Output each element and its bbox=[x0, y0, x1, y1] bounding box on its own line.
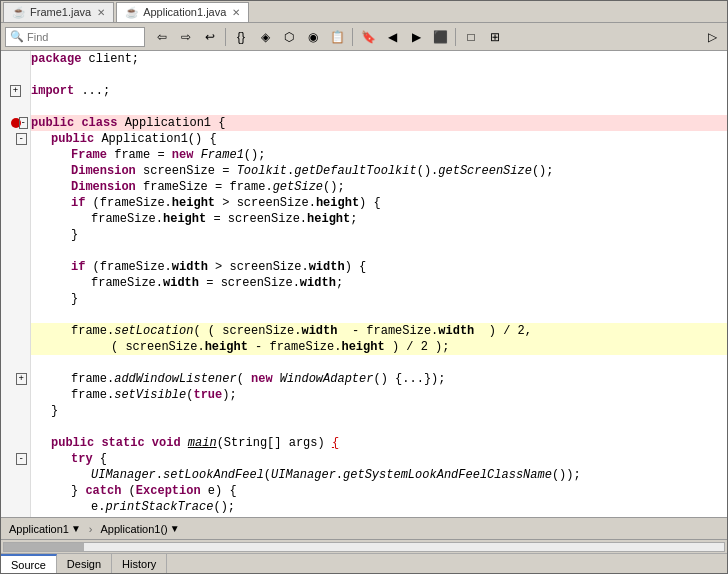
code-line: } bbox=[31, 403, 727, 419]
tab-frame1-label: Frame1.java bbox=[30, 6, 91, 18]
fold-main[interactable]: - bbox=[16, 453, 27, 465]
sep-1 bbox=[225, 28, 226, 46]
code-line-error: public class Application1 { bbox=[31, 115, 727, 131]
tab-app1[interactable]: ☕ Application1.java ✕ bbox=[116, 2, 249, 22]
code-line bbox=[31, 307, 727, 323]
tab-design-label: Design bbox=[67, 558, 101, 570]
toolbar-btn-right[interactable]: ▷ bbox=[701, 27, 723, 47]
tab-design[interactable]: Design bbox=[57, 554, 112, 574]
toolbar-btn-8[interactable]: 📋 bbox=[326, 27, 348, 47]
code-line: UIManager.setLookAndFeel(UIManager.getSy… bbox=[31, 467, 727, 483]
code-line-highlight: ( screenSize.height - frameSize.height )… bbox=[31, 339, 727, 355]
toolbar-btn-4[interactable]: {} bbox=[230, 27, 252, 47]
code-line: try { bbox=[31, 451, 727, 467]
code-line: e.printStackTrace(); bbox=[31, 499, 727, 515]
nav-method[interactable]: Application1() ▼ bbox=[95, 520, 186, 538]
toolbar-btn-11[interactable]: ▶ bbox=[405, 27, 427, 47]
toolbar: 🔍 ⇦ ⇨ ↩ {} ◈ ⬡ ◉ 📋 🔖 ◀ ▶ ⬛ □ ⊞ ▷ bbox=[1, 23, 727, 51]
code-line bbox=[31, 419, 727, 435]
code-line: frameSize.height = screenSize.height; bbox=[31, 211, 727, 227]
code-line: Frame frame = new Frame1(); bbox=[31, 147, 727, 163]
code-line: package client; bbox=[31, 51, 727, 67]
code-line-highlight: frame.setLocation( ( screenSize.width - … bbox=[31, 323, 727, 339]
fold-class[interactable]: - bbox=[19, 117, 28, 129]
sep-2 bbox=[352, 28, 353, 46]
code-line bbox=[31, 355, 727, 371]
code-content[interactable]: package client; import ...; public class… bbox=[31, 51, 727, 517]
nav-class[interactable]: Application1 ▼ bbox=[3, 520, 87, 538]
toolbar-btn-13[interactable]: □ bbox=[460, 27, 482, 47]
nav-bar: Application1 ▼ › Application1() ▼ bbox=[1, 517, 727, 539]
tab-bar: ☕ Frame1.java ✕ ☕ Application1.java ✕ bbox=[1, 1, 727, 23]
tab-source[interactable]: Source bbox=[1, 554, 57, 574]
java-icon-2: ☕ bbox=[125, 6, 139, 19]
java-icon: ☕ bbox=[12, 6, 26, 19]
horizontal-scrollbar[interactable] bbox=[1, 539, 727, 553]
toolbar-btn-3[interactable]: ↩ bbox=[199, 27, 221, 47]
code-line: frame.addWindowListener( new WindowAdapt… bbox=[31, 371, 727, 387]
tab-frame1-close[interactable]: ✕ bbox=[97, 7, 105, 18]
toolbar-btn-7[interactable]: ◉ bbox=[302, 27, 324, 47]
toolbar-btn-12[interactable]: ⬛ bbox=[429, 27, 451, 47]
tab-frame1[interactable]: ☕ Frame1.java ✕ bbox=[3, 2, 114, 22]
code-line: if (frameSize.width > screenSize.width) … bbox=[31, 259, 727, 275]
fold-constructor[interactable]: - bbox=[16, 133, 27, 145]
code-line bbox=[31, 243, 727, 259]
search-box[interactable]: 🔍 bbox=[5, 27, 145, 47]
code-line bbox=[31, 67, 727, 83]
code-line: if (frameSize.height > screenSize.height… bbox=[31, 195, 727, 211]
code-line: public static void main(String[] args) { bbox=[31, 435, 727, 451]
fold-window-listener[interactable]: + bbox=[16, 373, 27, 385]
code-line: frame.setVisible(true); bbox=[31, 387, 727, 403]
nav-class-label: Application1 bbox=[9, 523, 69, 535]
code-line: } catch (Exception e) { bbox=[31, 483, 727, 499]
code-line: Dimension frameSize = frame.getSize(); bbox=[31, 179, 727, 195]
code-line: } bbox=[31, 291, 727, 307]
code-line: Dimension screenSize = Toolkit.getDefaul… bbox=[31, 163, 727, 179]
bottom-tab-bar: Source Design History bbox=[1, 553, 727, 573]
code-line: public Application1() { bbox=[31, 131, 727, 147]
tab-source-label: Source bbox=[11, 559, 46, 571]
tab-app1-close[interactable]: ✕ bbox=[232, 7, 240, 18]
toolbar-btn-6[interactable]: ⬡ bbox=[278, 27, 300, 47]
toolbar-btn-1[interactable]: ⇦ bbox=[151, 27, 173, 47]
toolbar-btn-2[interactable]: ⇨ bbox=[175, 27, 197, 47]
tab-app1-label: Application1.java bbox=[143, 6, 226, 18]
gutter: + - - + bbox=[1, 51, 31, 517]
code-line: import ...; bbox=[31, 83, 727, 99]
code-line bbox=[31, 99, 727, 115]
sep-3 bbox=[455, 28, 456, 46]
nav-sep: › bbox=[89, 523, 93, 535]
fold-import[interactable]: + bbox=[10, 85, 21, 97]
nav-method-dropdown[interactable]: ▼ bbox=[170, 523, 180, 534]
search-icon: 🔍 bbox=[10, 30, 24, 43]
tab-history[interactable]: History bbox=[112, 554, 167, 574]
toolbar-btn-10[interactable]: ◀ bbox=[381, 27, 403, 47]
toolbar-btn-5[interactable]: ◈ bbox=[254, 27, 276, 47]
scrollbar-track[interactable] bbox=[3, 542, 725, 552]
code-line: } bbox=[31, 227, 727, 243]
editor-area: + - - + bbox=[1, 51, 727, 517]
toolbar-btn-14[interactable]: ⊞ bbox=[484, 27, 506, 47]
scrollbar-thumb[interactable] bbox=[4, 543, 84, 551]
nav-class-dropdown[interactable]: ▼ bbox=[71, 523, 81, 534]
search-input[interactable] bbox=[27, 31, 137, 43]
code-line: frameSize.width = screenSize.width; bbox=[31, 275, 727, 291]
toolbar-btn-9[interactable]: 🔖 bbox=[357, 27, 379, 47]
tab-history-label: History bbox=[122, 558, 156, 570]
nav-method-label: Application1() bbox=[101, 523, 168, 535]
